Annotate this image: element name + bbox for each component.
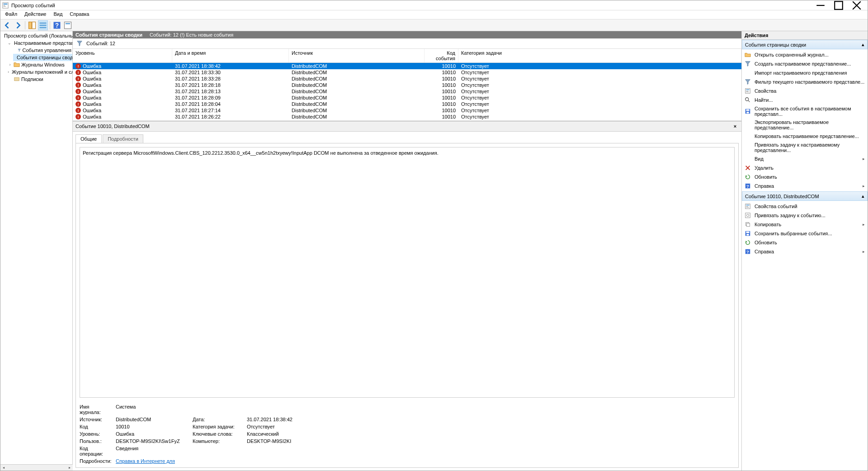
properties-toolbar-button[interactable]	[63, 20, 73, 30]
table-row[interactable]: !Ошибка31.07.2021 18:28:18DistributedCOM…	[73, 82, 741, 88]
action-item[interactable]: Свойства	[742, 86, 868, 95]
tree-root[interactable]: Просмотр событий (Локальны	[0, 32, 72, 39]
source-label: Источник:	[80, 417, 111, 422]
tree-horizontal-scrollbar[interactable]: ◂ ▸	[0, 464, 73, 471]
col-level[interactable]: Уровень	[73, 49, 172, 62]
actions-pane: Действия События страницы сводки ▴ Откры…	[742, 31, 868, 471]
column-headers: Уровень Дата и время Источник Код событи…	[73, 49, 741, 63]
maximize-button[interactable]	[830, 0, 848, 10]
menu-action[interactable]: Действие	[21, 10, 50, 19]
level-label: Уровень:	[80, 431, 111, 437]
detail-title: Событие 10010, DistributedCOM	[75, 124, 150, 129]
subscriptions-icon	[14, 76, 20, 82]
close-button[interactable]	[848, 0, 866, 10]
table-row[interactable]: !Ошибка31.07.2021 18:28:04DistributedCOM…	[73, 101, 741, 107]
expand-icon[interactable]: ›	[8, 62, 12, 67]
tree-windows-logs[interactable]: › Журналы Windows	[7, 61, 72, 68]
blank-icon	[745, 156, 751, 162]
tree-custom-views[interactable]: ⌄ Настраиваемые представле	[7, 39, 72, 47]
expand-icon[interactable]: ›	[8, 70, 9, 74]
collapse-icon[interactable]: ⌄	[8, 41, 11, 45]
table-row[interactable]: !Ошибка31.07.2021 18:26:22DistributedCOM…	[73, 114, 741, 120]
event-category: Отсутствует	[458, 63, 741, 69]
event-list[interactable]: Уровень Дата и время Источник Код событи…	[73, 49, 741, 121]
menu-file[interactable]: Файл	[1, 10, 21, 19]
event-category: Отсутствует	[458, 82, 741, 88]
action-item[interactable]: Копировать настраиваемое представление..…	[742, 132, 868, 141]
center-header-subtitle: Событий: 12 (!) Есть новые события	[150, 32, 233, 38]
action-item[interactable]: ?Справка▸	[742, 181, 868, 190]
action-item[interactable]: Удалить	[742, 163, 868, 172]
event-date: 31.07.2021 18:26:22	[172, 114, 289, 120]
action-item[interactable]: Обновить	[742, 172, 868, 181]
table-row[interactable]: !Ошибка31.07.2021 18:28:13DistributedCOM…	[73, 88, 741, 95]
action-item[interactable]: Обновить	[742, 238, 868, 247]
action-item[interactable]: Открыть сохраненный журнал...	[742, 50, 868, 59]
help-button[interactable]: ?	[52, 20, 62, 30]
table-row[interactable]: !Ошибка31.07.2021 18:33:30DistributedCOM…	[73, 69, 741, 76]
svg-text:?: ?	[746, 249, 749, 254]
error-icon: !	[75, 82, 81, 88]
action-item[interactable]: Сохранить все события в настраиваемом пр…	[742, 105, 868, 118]
tree-summary-page[interactable]: События страницы свод	[13, 54, 72, 61]
action-item[interactable]: Импорт настраиваемого представления	[742, 68, 868, 77]
event-category: Отсутствует	[458, 101, 741, 107]
tree-app-logs[interactable]: › Журналы приложений и сл	[7, 68, 72, 76]
folder-open-icon	[745, 52, 751, 58]
tree-pane[interactable]: Просмотр событий (Локальны ⌄ Настраиваем…	[0, 31, 73, 464]
list-view-button[interactable]	[38, 20, 48, 30]
scroll-right-icon[interactable]: ▸	[66, 465, 73, 471]
detail-header: Событие 10010, DistributedCOM ×	[73, 121, 741, 132]
action-item[interactable]: Вид▸	[742, 154, 868, 163]
action-item[interactable]: Создать настраиваемое представление...	[742, 59, 868, 68]
back-button[interactable]	[2, 20, 12, 30]
error-icon: !	[75, 70, 81, 75]
collapse-icon: ▴	[862, 193, 864, 199]
center-pane: События страницы сводки Событий: 12 (!) …	[73, 31, 742, 471]
user-label: Пользов.:	[80, 438, 111, 444]
action-item[interactable]: ?Справка▸	[742, 247, 868, 256]
svg-rect-28	[746, 112, 749, 114]
action-label: Привязать задачу к настраиваемому предст…	[755, 142, 865, 153]
col-date[interactable]: Дата и время	[172, 49, 289, 62]
actions-section-2-header[interactable]: Событие 10010, DistributedCOM ▴	[742, 191, 868, 201]
action-item[interactable]: Найти...	[742, 95, 868, 105]
menu-view[interactable]: Вид	[50, 10, 66, 19]
event-level: Ошибка	[83, 101, 101, 107]
tree-admin-events[interactable]: События управления	[13, 47, 72, 54]
forward-button[interactable]	[13, 20, 23, 30]
table-row[interactable]: !Ошибка31.07.2021 18:38:42DistributedCOM…	[73, 63, 741, 69]
minimize-button[interactable]	[811, 0, 830, 10]
detail-close-button[interactable]: ×	[731, 123, 739, 130]
log-name-label: Имя журнала:	[80, 404, 111, 415]
table-row[interactable]: !Ошибка31.07.2021 18:28:09DistributedCOM…	[73, 95, 741, 101]
col-category[interactable]: Категория задачи	[458, 49, 741, 62]
code-label: Код	[80, 424, 111, 429]
action-item[interactable]: Сохранить выбранные события...	[742, 229, 868, 238]
event-date: 31.07.2021 18:28:09	[172, 95, 289, 101]
tab-general[interactable]: Общие	[75, 134, 102, 143]
detail-grid: Имя журнала: Система Источник: Distribut…	[80, 404, 735, 464]
help-icon: ?	[745, 183, 751, 189]
svg-rect-19	[14, 78, 19, 81]
action-item[interactable]: Экспортировать настраиваемое представлен…	[742, 118, 868, 132]
action-item[interactable]: Копировать▸	[742, 220, 868, 229]
col-source[interactable]: Источник	[289, 49, 425, 62]
col-code[interactable]: Код события	[425, 49, 458, 62]
tree-subscriptions[interactable]: Подписки	[7, 76, 72, 83]
table-row[interactable]: !Ошибка31.07.2021 18:27:14DistributedCOM…	[73, 107, 741, 114]
action-item[interactable]: Привязать задачу к настраиваемому предст…	[742, 141, 868, 154]
menubar: Файл Действие Вид Справка	[0, 10, 868, 19]
action-item[interactable]: Свойства событий	[742, 202, 868, 211]
properties-icon	[745, 88, 751, 94]
svg-rect-8	[29, 22, 32, 29]
tab-details[interactable]: Подробности	[103, 134, 143, 143]
menu-help[interactable]: Справка	[66, 10, 93, 19]
scroll-left-icon[interactable]: ◂	[0, 465, 7, 471]
online-help-link[interactable]: Справка в Интернете для	[116, 458, 175, 464]
table-row[interactable]: !Ошибка31.07.2021 18:33:28DistributedCOM…	[73, 76, 741, 82]
show-tree-button[interactable]	[27, 20, 37, 30]
action-item[interactable]: Привязать задачу к событию...	[742, 211, 868, 220]
actions-section-1-header[interactable]: События страницы сводки ▴	[742, 40, 868, 49]
action-item[interactable]: Фильтр текущего настраиваемого представл…	[742, 77, 868, 86]
